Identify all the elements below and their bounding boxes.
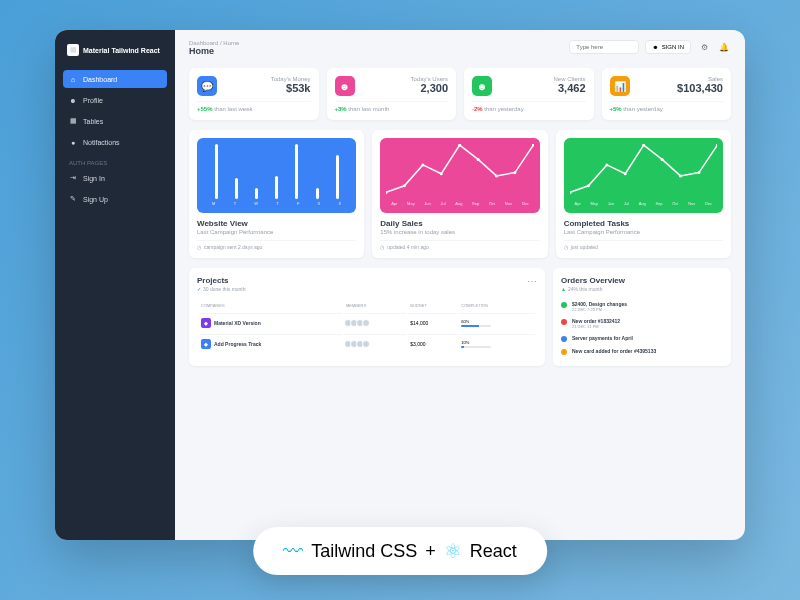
projects-subtitle: ✓30 done this month (197, 286, 246, 292)
clock-icon: ◷ (380, 244, 384, 250)
react-label: React (470, 541, 517, 562)
clock-icon: ◷ (197, 244, 201, 250)
stat-change: +3% than last month (335, 101, 449, 112)
status-dot-icon (561, 302, 567, 308)
sidebar-item-tables[interactable]: ▦Tables (63, 112, 167, 130)
tailwind-label: Tailwind CSS (311, 541, 417, 562)
chart-meta: ◷campaign sent 2 days ago (197, 240, 356, 250)
stat-icon: 💬 (197, 76, 217, 96)
nav-icon: ▦ (69, 117, 77, 125)
main-content: Dashboard / Home Home ☻SIGN IN ⚙ 🔔 💬Toda… (175, 30, 745, 540)
stat-card: ☻Today's Users2,300+3% than last month (327, 68, 457, 120)
stat-change: +55% than last week (197, 101, 311, 112)
svg-point-2 (422, 163, 425, 166)
orders-subtitle: ▲24% this month (561, 286, 723, 292)
tech-badge: 〰 Tailwind CSS + ⚛ React (253, 527, 547, 575)
svg-point-5 (477, 158, 480, 161)
order-item[interactable]: Server payments for April (561, 332, 723, 345)
auth-section-label: Auth Pages (63, 154, 167, 169)
app-window: ▦ Material Tailwind React ⌂Dashboard☻Pro… (55, 30, 745, 540)
orders-panel: Orders Overview ▲24% this month $2400, D… (553, 268, 731, 366)
nav-icon: ⌂ (69, 75, 77, 83)
chart-card: MTWTFSSWebsite ViewLast Campaign Perform… (189, 130, 364, 258)
order-item[interactable]: $2400, Design changes22 DEC 7:20 PM (561, 298, 723, 315)
chart-subtitle: Last Campaign Performance (564, 229, 723, 235)
chart-title: Website View (197, 219, 356, 228)
status-dot-icon (561, 336, 567, 342)
svg-point-14 (660, 158, 663, 161)
member-avatars (346, 340, 404, 348)
chart-title: Daily Sales (380, 219, 539, 228)
nav-icon: ✎ (69, 195, 77, 203)
nav-icon: ⇥ (69, 174, 77, 182)
project-icon: ◆ (201, 318, 211, 328)
progress-bar (461, 346, 491, 348)
svg-point-15 (679, 174, 682, 177)
stat-card: 💬Today's Money$53k+55% than last week (189, 68, 319, 120)
svg-point-16 (697, 171, 700, 174)
sidebar-item-notifactions[interactable]: ●Notifactions (63, 133, 167, 151)
svg-point-7 (514, 171, 517, 174)
user-icon: ☻ (652, 44, 658, 50)
stat-value: $103,430 (677, 82, 723, 94)
order-item[interactable]: New order #183241221 DEC 11 PM (561, 315, 723, 332)
sidebar-item-profile[interactable]: ☻Profile (63, 91, 167, 109)
stat-card: 📊Sales$103,430+5% than yesterday (602, 68, 732, 120)
stat-value: 3,462 (553, 82, 585, 94)
logo-icon: ▦ (67, 44, 79, 56)
chart-card: AprMayJunJulAugSepOctNovDecDaily Sales15… (372, 130, 547, 258)
svg-point-3 (440, 172, 443, 175)
chart-canvas: MTWTFSS (197, 138, 356, 213)
stat-value: $53k (271, 82, 311, 94)
nav-icon: ● (69, 138, 77, 146)
stats-row: 💬Today's Money$53k+55% than last week☻To… (189, 68, 731, 120)
svg-point-10 (587, 184, 590, 187)
table-header: Budget (408, 300, 457, 311)
gear-icon[interactable]: ⚙ (697, 40, 711, 54)
more-icon[interactable]: ⋯ (527, 276, 537, 292)
react-icon: ⚛ (444, 539, 462, 563)
chart-title: Completed Tasks (564, 219, 723, 228)
stat-change: +5% than yesterday (610, 101, 724, 112)
stat-icon: ☻ (335, 76, 355, 96)
sidebar-item-sign-in[interactable]: ⇥Sign In (63, 169, 167, 187)
chart-subtitle: Last Campaign Performance (197, 229, 356, 235)
chart-card: AprMayJunJulAugSepOctNovDecCompleted Tas… (556, 130, 731, 258)
progress-bar (461, 325, 491, 327)
stat-change: -2% than yesterday (472, 101, 586, 112)
page-title: Home (189, 46, 239, 56)
sidebar-item-dashboard[interactable]: ⌂Dashboard (63, 70, 167, 88)
project-icon: ◆ (201, 339, 211, 349)
chart-canvas: AprMayJunJulAugSepOctNovDec (564, 138, 723, 213)
logo[interactable]: ▦ Material Tailwind React (63, 40, 167, 60)
logo-text: Material Tailwind React (83, 47, 160, 54)
chart-subtitle: 15% increase in today sales (380, 229, 539, 235)
stat-value: 2,300 (411, 82, 449, 94)
projects-table: CompaniesMembersBudgetCompletion◆Materia… (197, 298, 537, 355)
clock-icon: ◷ (564, 244, 568, 250)
table-header: Members (344, 300, 406, 311)
tailwind-icon: 〰 (283, 540, 303, 563)
table-header: Completion (459, 300, 535, 311)
chart-canvas: AprMayJunJulAugSepOctNovDec (380, 138, 539, 213)
svg-point-1 (403, 184, 406, 187)
search-input[interactable] (569, 40, 639, 54)
bell-icon[interactable]: 🔔 (717, 40, 731, 54)
table-row[interactable]: ◆Add Progress Track$3,00010% (199, 334, 535, 353)
nav-icon: ☻ (69, 96, 77, 104)
sidebar-item-sign-up[interactable]: ✎Sign Up (63, 190, 167, 208)
orders-title: Orders Overview (561, 276, 723, 285)
header: Dashboard / Home Home ☻SIGN IN ⚙ 🔔 (189, 40, 731, 56)
signin-button[interactable]: ☻SIGN IN (645, 40, 691, 54)
table-header: Companies (199, 300, 342, 311)
chart-meta: ◷updated 4 min ago (380, 240, 539, 250)
table-row[interactable]: ◆Material XD Version$14,00060% (199, 313, 535, 332)
status-dot-icon (561, 349, 567, 355)
stat-icon: 📊 (610, 76, 630, 96)
stat-card: ☻New Clients3,462-2% than yesterday (464, 68, 594, 120)
order-item[interactable]: New card added for order #4395133 (561, 345, 723, 358)
svg-point-11 (605, 163, 608, 166)
member-avatars (346, 319, 404, 327)
svg-point-12 (623, 172, 626, 175)
sidebar: ▦ Material Tailwind React ⌂Dashboard☻Pro… (55, 30, 175, 540)
